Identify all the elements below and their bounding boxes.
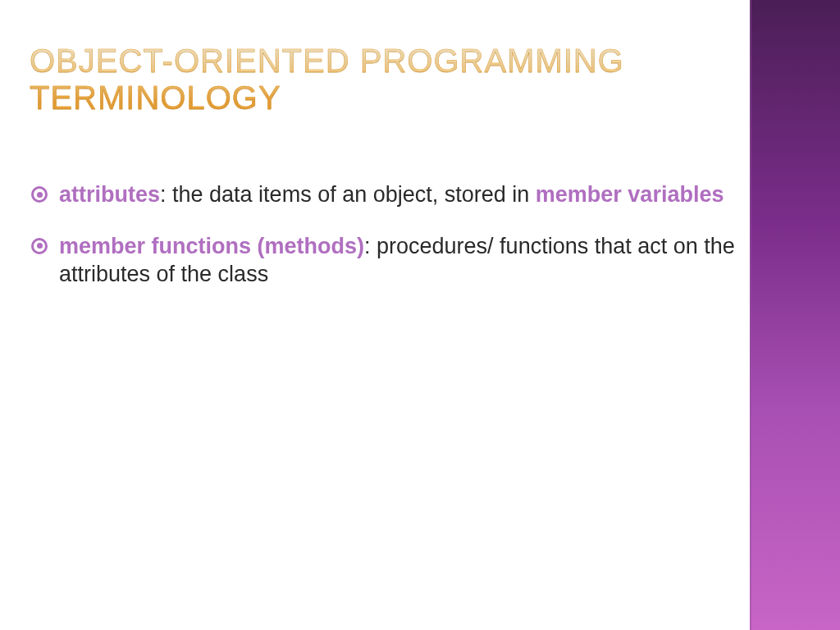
bullet-text: member functions (methods): procedures/ … [59, 232, 769, 289]
title-line-2: TERMINOLOGY [30, 80, 281, 116]
bullet-item: member functions (methods): procedures/ … [31, 232, 769, 289]
term-highlight: member variables [536, 182, 724, 207]
bullet-icon [31, 238, 48, 254]
term-highlight: attributes [59, 182, 160, 207]
definition-text: : the data items of an object, stored in [160, 182, 536, 207]
slide-title: OBJECT-ORIENTED PROGRAMMING TERMINOLOGY [30, 43, 624, 116]
term-highlight: member functions (methods) [59, 234, 364, 258]
bullet-text: attributes: the data items of an object,… [59, 180, 769, 209]
decorative-side-strip [750, 0, 840, 630]
slide-body: attributes: the data items of an object,… [31, 180, 769, 312]
bullet-icon [31, 186, 48, 203]
title-line-1: OBJECT-ORIENTED PROGRAMMING [30, 43, 624, 79]
bullet-item: attributes: the data items of an object,… [31, 180, 769, 209]
